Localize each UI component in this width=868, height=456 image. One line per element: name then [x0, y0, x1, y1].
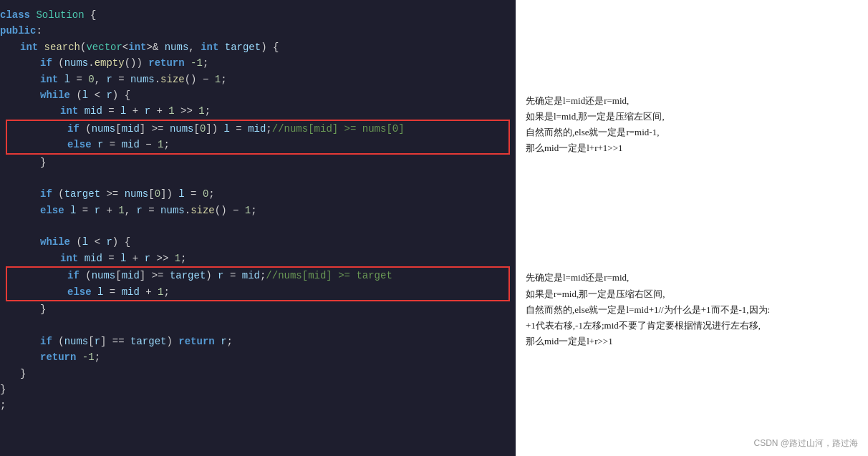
- main-container: class Solution { public: int search(vect…: [0, 0, 868, 456]
- annotation-block-1: 先确定是l=mid还是r=mid, 如果是l=mid,那一定是压缩左区间, 自然…: [526, 93, 858, 156]
- annotation-2-line3: 自然而然的,else就一定是l=mid+1//为什么是+1而不是-1,因为:: [526, 302, 858, 318]
- annotation-1-line2: 如果是l=mid,那一定是压缩左区间,: [526, 109, 858, 125]
- code-line: if (nums[r] == target) return r;: [0, 334, 516, 349]
- code-line: if (nums[mid] >= target) r = mid;//nums[…: [7, 268, 508, 283]
- code-line: if (target >= nums[0]) l = 0;: [0, 186, 516, 202]
- code-line: else l = r + 1, r = nums.size() − 1;: [0, 203, 516, 218]
- code-line: int search(vector<int>& nums, int target…: [0, 39, 516, 55]
- annotation-1-line3: 自然而然的,else就一定是r=mid-1,: [526, 125, 858, 140]
- code-line: if (nums[mid] >= nums[0]) l = mid;//nums…: [7, 121, 508, 137]
- code-line: public:: [0, 23, 516, 39]
- classname: Solution: [36, 7, 84, 23]
- annotation-2-line2: 如果是r=mid,那一定是压缩右区间,: [526, 286, 858, 302]
- code-line: int mid = l + r + 1 >> 1;: [0, 103, 516, 119]
- annotation-block-2: 先确定是l=mid还是r=mid, 如果是r=mid,那一定是压缩右区间, 自然…: [526, 270, 858, 349]
- code-line: class Solution {: [0, 7, 516, 23]
- red-box-1: if (nums[mid] >= nums[0]) l = mid;//nums…: [6, 120, 510, 155]
- annotation-1-line4: 那么mid一定是l+r+1>>1: [526, 140, 858, 156]
- code-line: int mid = l + r >> 1;: [0, 251, 516, 266]
- keyword-class: class: [0, 7, 36, 23]
- code-line: int l = 0, r = nums.size() − 1;: [0, 72, 516, 87]
- code-line: ;: [0, 397, 516, 413]
- code-line: else l = mid + 1;: [7, 284, 508, 300]
- code-line: }: [0, 301, 516, 317]
- watermark: CSDN @路过山河，路过海: [753, 436, 858, 450]
- code-line: }: [0, 382, 516, 397]
- code-line: }: [0, 366, 516, 382]
- code-line: while (l < r) {: [0, 87, 516, 103]
- code-line: }: [0, 155, 516, 170]
- annotation-panel: 先确定是l=mid还是r=mid, 如果是l=mid,那一定是压缩左区间, 自然…: [516, 0, 868, 456]
- code-line: [0, 218, 516, 234]
- code-line: [0, 170, 516, 186]
- annotation-1-line1: 先确定是l=mid还是r=mid,: [526, 93, 858, 109]
- code-line: [0, 317, 516, 333]
- code-line: return -1;: [0, 349, 516, 365]
- code-line: if (nums.empty()) return -1;: [0, 55, 516, 71]
- annotation-2-line5: 那么mid一定是l+r>>1: [526, 334, 858, 349]
- annotation-2-line1: 先确定是l=mid还是r=mid,: [526, 270, 858, 286]
- annotation-2-line4: +1代表右移,-1左移;mid不要了肯定要根据情况进行左右移,: [526, 318, 858, 334]
- code-panel: class Solution { public: int search(vect…: [0, 0, 516, 456]
- code-line: else r = mid − 1;: [7, 137, 508, 152]
- red-box-2: if (nums[mid] >= target) r = mid;//nums[…: [6, 266, 510, 301]
- code-line: while (l < r) {: [0, 234, 516, 250]
